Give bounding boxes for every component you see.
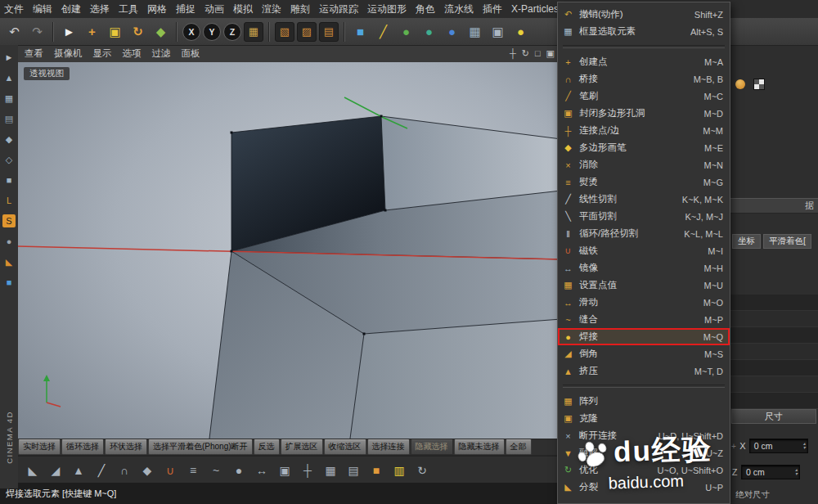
select-connected-button[interactable]: 选择连接	[367, 439, 410, 455]
subdivision-surface-button[interactable]: ●	[396, 21, 416, 42]
magnet-tool-icon[interactable]: ∪	[160, 461, 180, 480]
menu-item-brush[interactable]: ╱笔刷M~C	[558, 88, 730, 105]
menu-item-connect-points-edges[interactable]: ┼连接点/边M~M	[558, 122, 730, 139]
viewport-menu-item-2[interactable]: 摄像机	[54, 47, 83, 60]
texture-mode-icon[interactable]: ▦	[2, 92, 16, 105]
menu-item-bridge[interactable]: ∩桥接M~B, B	[558, 70, 730, 88]
snap-enabled-icon[interactable]: S	[2, 214, 16, 227]
menu-item-line-cut[interactable]: ╱线性切割K~K, M~K	[558, 191, 730, 208]
select-phong-break-button[interactable]: 选择平滑着色(Phong)断开	[148, 439, 253, 455]
menu-item-array[interactable]: ▦阵列	[558, 393, 730, 410]
object-row[interactable]	[735, 79, 765, 90]
menubar-item-1[interactable]: 文件	[4, 2, 24, 16]
menu-item-loop-path-cut[interactable]: ‖循环/路径切割K~L, M~L	[558, 225, 730, 242]
zoom-view-icon[interactable]: □	[535, 48, 541, 59]
lock-z-axis-button[interactable]: Z	[223, 23, 241, 41]
menubar-item-7[interactable]: 捕捉	[176, 2, 196, 16]
menubar-item-4[interactable]: 选择	[90, 2, 110, 16]
menubar-item-11[interactable]: 雕刻	[290, 2, 310, 16]
menu-item-dissolve[interactable]: ×消除M~N	[558, 156, 730, 173]
knife-tool-icon[interactable]: ╱	[92, 461, 111, 480]
shrink-selection-button[interactable]: 收缩选区	[324, 439, 366, 455]
convert-object-icon[interactable]: ►	[2, 51, 16, 64]
menubar-item-3[interactable]: 创建	[61, 2, 81, 16]
menubar-item-10[interactable]: 渲染	[262, 2, 281, 16]
menubar-item-12[interactable]: 运动跟踪	[319, 2, 358, 16]
menu-item-clone[interactable]: ▣克隆	[558, 410, 730, 427]
workplane-mode-icon[interactable]: ▤	[2, 112, 16, 125]
enable-axis-icon[interactable]: L	[2, 194, 16, 207]
menu-item-weld[interactable]: ●焊接M~Q	[558, 328, 730, 345]
menu-item-set-point-value[interactable]: ▦设置点值M~U	[558, 277, 730, 294]
menubar-item-14[interactable]: 角色	[416, 2, 435, 16]
viewport-menu-item-5[interactable]: 过滤	[152, 47, 171, 60]
menu-item-split[interactable]: ◣分裂U~P	[558, 479, 730, 496]
menu-item-bevel[interactable]: ◢倒角M~S	[558, 345, 730, 362]
polygon-pen-icon[interactable]: ◆	[137, 461, 157, 480]
close-hole-tool-icon[interactable]: ▣	[275, 461, 294, 480]
deformers-button[interactable]: ●	[442, 21, 462, 42]
bevel-tool-icon[interactable]: ◢	[46, 461, 65, 480]
polygons-mode-icon[interactable]: ■	[2, 173, 16, 187]
last-used-tool-icon[interactable]: ◆	[151, 21, 171, 42]
spline-pen-button[interactable]: ╱	[373, 21, 393, 42]
show-all-button[interactable]: 全部	[506, 439, 532, 455]
points-mode-icon[interactable]: ◆	[2, 133, 16, 146]
size-section-header[interactable]: 尺寸	[731, 409, 816, 424]
tweak-mode-icon[interactable]: ◣	[2, 255, 16, 268]
lock-x-axis-button[interactable]: X	[182, 23, 200, 41]
menu-item-disconnect[interactable]: ×断开连接U~D, U~Shift+D	[558, 427, 730, 444]
orbit-view-icon[interactable]: ↻	[522, 48, 529, 59]
commander-icon[interactable]: ▥	[389, 461, 409, 480]
menu-item-frame-selected-elements[interactable]: ▦框显选取元素Alt+S, S	[558, 23, 730, 40]
coordinate-system-button[interactable]: ▦	[244, 22, 263, 42]
live-selection-tool-icon[interactable]: ►	[59, 21, 79, 42]
light-button[interactable]: ●	[510, 21, 531, 42]
hide-selected-button[interactable]: 隐藏选择	[411, 439, 453, 455]
menu-item-close-polygon-hole[interactable]: ▣封闭多边形孔洞M~D	[558, 105, 730, 122]
array-tool-icon[interactable]: ▦	[321, 461, 340, 480]
camera-button[interactable]: ▣	[488, 21, 508, 42]
toggle-view-icon[interactable]: ▣	[546, 48, 555, 59]
menu-item-optimize[interactable]: ↻优化U~O, U~Shift+O	[558, 461, 730, 479]
menubar-item-13[interactable]: 运动图形	[367, 2, 407, 16]
rotate-tool-icon[interactable]: ↻	[128, 21, 148, 42]
menu-item-magnet[interactable]: ∪磁铁M~I	[558, 242, 730, 259]
coord-input-z[interactable]: 0 cm▴▾	[741, 465, 800, 479]
coord-input-x[interactable]: 0 cm▴▾	[749, 439, 808, 453]
menu-item-plane-cut[interactable]: ╲平面切割K~J, M~J	[558, 208, 730, 225]
ring-selection-button[interactable]: 环状选择	[105, 439, 147, 455]
model-mode-icon[interactable]: ▲	[2, 71, 16, 84]
render-picture-viewer-button[interactable]: ▨	[297, 22, 317, 42]
matrix-tool-icon[interactable]: ▤	[344, 461, 363, 480]
menubar-item-6[interactable]: 网格	[147, 2, 167, 16]
menu-item-slide[interactable]: ↔滑动M~O	[558, 294, 730, 311]
render-settings-button[interactable]: ▤	[319, 22, 339, 42]
render-view-button[interactable]: ▧	[275, 22, 294, 42]
menu-item-mirror[interactable]: ↔镜像M~H	[558, 259, 730, 277]
menubar-item-2[interactable]: 编辑	[33, 2, 52, 16]
reset-tool-icon[interactable]: ↻	[412, 461, 432, 480]
subdivide-icon[interactable]: ┼	[298, 461, 317, 480]
clone-array-button[interactable]: ▦	[465, 21, 485, 42]
menu-item-create-point[interactable]: +创建点M~A	[558, 53, 730, 70]
extrude-tool-icon[interactable]: ▲	[69, 461, 88, 480]
mesh-display-icon[interactable]: ■	[2, 276, 16, 289]
loop-selection-button[interactable]: 循环选择	[61, 439, 104, 455]
stepper-arrows[interactable]: ▴▾	[795, 468, 799, 476]
menubar-item-8[interactable]: 动画	[204, 2, 224, 16]
invert-selection-button[interactable]: 反选	[254, 439, 280, 455]
move-tool-icon[interactable]: +	[82, 21, 102, 42]
optimize-tool-icon[interactable]: ■	[366, 461, 386, 480]
weld-tool-icon[interactable]: ●	[229, 461, 249, 480]
menu-item-iron[interactable]: ≡熨烫M~G	[558, 173, 730, 191]
menubar-item-9[interactable]: 模拟	[233, 2, 253, 16]
viewport-menu-item-4[interactable]: 选项	[123, 47, 142, 60]
menu-item-undo-action[interactable]: ↶撤销(动作)Shift+Z	[558, 6, 730, 23]
texture-checker-icon[interactable]	[753, 79, 765, 90]
menubar-item-5[interactable]: 工具	[119, 2, 138, 16]
perspective-viewport[interactable]: 查看摄像机显示选项过滤面板 ┼↻□▣ 透视视图	[18, 45, 561, 439]
add-cube-button[interactable]: ■	[350, 21, 371, 42]
scale-tool-icon[interactable]: ▣	[105, 21, 125, 42]
material-sphere-icon[interactable]	[735, 79, 745, 89]
